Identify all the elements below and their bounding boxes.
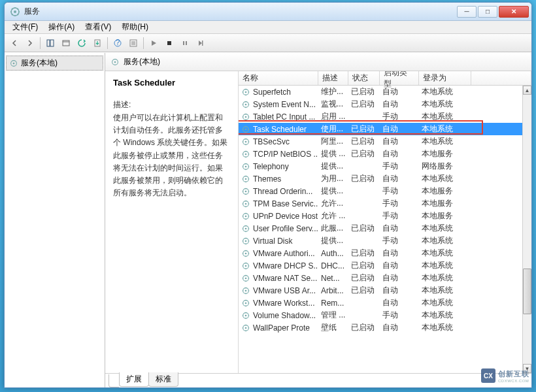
vertical-scrollbar[interactable]: ▲ ▼ <box>522 86 531 373</box>
service-status-cell: 已启动 <box>348 173 380 184</box>
column-status[interactable]: 状态 <box>348 71 380 85</box>
content-area: 服务(本地) 服务(本地) Task Scheduler 描述: 使用户可以在此… <box>5 52 531 387</box>
scroll-up-button[interactable]: ▲ <box>523 86 531 95</box>
svg-point-60 <box>245 327 247 329</box>
service-name-cell: User Profile Serv... <box>239 224 318 233</box>
service-startup-cell: 手动 <box>380 198 419 209</box>
toolbar-separator <box>143 37 144 49</box>
service-list[interactable]: 名称 描述 状态 启动类型 登录为 Superfetch维护...已启动自动本地… <box>239 71 531 373</box>
svg-rect-16 <box>202 41 203 46</box>
svg-point-44 <box>245 227 247 229</box>
service-startup-cell: 自动 <box>380 322 419 333</box>
service-logon-cell: 本地系统 <box>419 123 471 135</box>
service-row[interactable]: VMware NAT Se...Net...已启动自动本地系统 <box>239 272 522 284</box>
service-row[interactable]: TBSecSvc阿里...已启动自动本地系统 <box>239 135 522 148</box>
tree-pane[interactable]: 服务(本地) <box>5 53 105 387</box>
service-logon-cell: 本地系统 <box>419 235 471 246</box>
service-row[interactable]: UPnP Device Host允许 ...手动本地服务 <box>239 210 522 222</box>
service-name-cell: VMware DHCP S... <box>239 261 318 270</box>
service-startup-cell: 自动 <box>380 148 419 159</box>
menu-help[interactable]: 帮助(H) <box>116 20 154 34</box>
service-name-cell: TPM Base Servic... <box>239 199 318 208</box>
service-row[interactable]: Volume Shadow...管理 ...手动本地系统 <box>239 309 522 321</box>
service-startup-cell: 自动 <box>380 223 419 234</box>
right-pane: 服务(本地) Task Scheduler 描述: 使用户可以在此计算机上配置和… <box>105 53 531 387</box>
service-startup-cell: 自动 <box>380 123 419 135</box>
column-log-on-as[interactable]: 登录为 <box>419 71 471 85</box>
service-row[interactable]: Task Scheduler使用...已启动自动本地系统 <box>239 123 522 135</box>
service-name-cell: VMware USB Ar... <box>239 286 318 295</box>
service-row[interactable]: Themes为用...已启动自动本地系统 <box>239 172 522 185</box>
tabs-footer: 扩展 标准 <box>105 373 531 387</box>
stop-service-button[interactable] <box>162 36 176 50</box>
properties-button[interactable] <box>59 36 73 50</box>
back-button[interactable] <box>7 36 22 50</box>
column-startup-type[interactable]: 启动类型 <box>380 71 419 85</box>
minimize-button[interactable]: ─ <box>457 6 477 18</box>
list-rows[interactable]: Superfetch维护...已启动自动本地系统System Event N..… <box>239 86 522 373</box>
service-logon-cell: 本地系统 <box>419 136 471 147</box>
svg-point-46 <box>245 240 247 242</box>
help-button[interactable]: ? <box>110 36 125 50</box>
menu-file[interactable]: 文件(F) <box>7 20 43 34</box>
service-desc-cell: 允许 ... <box>318 210 348 221</box>
titlebar[interactable]: 服务 ─ □ ✕ <box>5 3 531 21</box>
service-logon-cell: 本地系统 <box>419 223 471 234</box>
service-name-cell: TBSecSvc <box>239 137 318 146</box>
maximize-button[interactable]: □ <box>478 6 497 18</box>
service-row[interactable]: VMware Workst...Rem...自动本地系统 <box>239 297 522 309</box>
close-button[interactable]: ✕ <box>499 6 529 18</box>
service-row[interactable]: TPM Base Servic...允许...手动本地服务 <box>239 197 522 210</box>
restart-service-button[interactable] <box>193 36 208 50</box>
service-row[interactable]: VMware DHCP S...DHC...已启动自动本地系统 <box>239 259 522 272</box>
menu-action[interactable]: 操作(A) <box>43 20 80 34</box>
tab-standard[interactable]: 标准 <box>148 372 178 387</box>
service-desc-cell: 提供... <box>318 235 348 246</box>
service-status-cell: 已启动 <box>348 86 380 97</box>
service-desc-cell: 此服... <box>318 223 348 234</box>
watermark-sub: CDXWCX.COM <box>498 379 529 383</box>
service-row[interactable]: TCP/IP NetBIOS ...提供 ...已启动自动本地服务 <box>239 148 522 160</box>
service-row[interactable]: WallPaper Prote壁纸已启动自动本地系统 <box>239 321 522 334</box>
service-desc-cell: 维护... <box>318 86 348 97</box>
refresh-button[interactable] <box>75 36 89 50</box>
menu-view[interactable]: 查看(V) <box>80 20 116 34</box>
service-row[interactable]: VMware Authori...Auth...已启动自动本地系统 <box>239 247 522 259</box>
service-row[interactable]: System Event N...监视...已启动自动本地系统 <box>239 98 522 110</box>
tab-extended[interactable]: 扩展 <box>119 372 149 387</box>
column-name[interactable]: 名称 <box>239 71 318 85</box>
service-row[interactable]: User Profile Serv...此服...已启动自动本地系统 <box>239 222 522 235</box>
tree-root-services-local[interactable]: 服务(本地) <box>6 56 103 71</box>
service-name-cell: VMware NAT Se... <box>239 274 318 283</box>
service-name-cell: Telephony <box>239 162 318 171</box>
service-startup-cell: 自动 <box>380 173 419 184</box>
service-logon-cell: 本地系统 <box>419 111 471 122</box>
column-description[interactable]: 描述 <box>318 71 348 85</box>
service-status-cell: 已启动 <box>348 223 380 234</box>
show-hide-tree-button[interactable] <box>43 36 58 50</box>
service-logon-cell: 本地系统 <box>419 86 471 97</box>
svg-rect-2 <box>47 40 50 46</box>
service-row[interactable]: Tablet PC Input ...启用 ...手动本地系统 <box>239 110 522 123</box>
service-startup-cell: 手动 <box>380 111 419 122</box>
svg-point-28 <box>245 128 247 130</box>
service-logon-cell: 本地系统 <box>419 285 471 296</box>
start-service-button[interactable] <box>146 36 161 50</box>
service-row[interactable]: Thread Orderin...提供...手动本地服务 <box>239 185 522 197</box>
svg-rect-3 <box>50 40 54 46</box>
properties2-button[interactable] <box>126 36 141 50</box>
forward-button[interactable] <box>23 36 37 50</box>
service-row[interactable]: VMware USB Ar...Arbit...已启动自动本地系统 <box>239 284 522 297</box>
service-row[interactable]: Telephony提供...手动网络服务 <box>239 160 522 172</box>
pause-service-button[interactable] <box>178 36 192 50</box>
service-logon-cell: 本地系统 <box>419 173 471 184</box>
service-row[interactable]: Superfetch维护...已启动自动本地系统 <box>239 86 522 98</box>
scroll-thumb[interactable] <box>523 269 531 314</box>
svg-point-38 <box>245 190 247 192</box>
svg-point-42 <box>245 215 247 217</box>
service-desc-cell: 阿里... <box>318 136 348 147</box>
gear-icon <box>9 59 18 68</box>
service-logon-cell: 本地系统 <box>419 260 471 271</box>
export-button[interactable] <box>90 36 105 50</box>
service-row[interactable]: Virtual Disk提供...手动本地系统 <box>239 235 522 247</box>
